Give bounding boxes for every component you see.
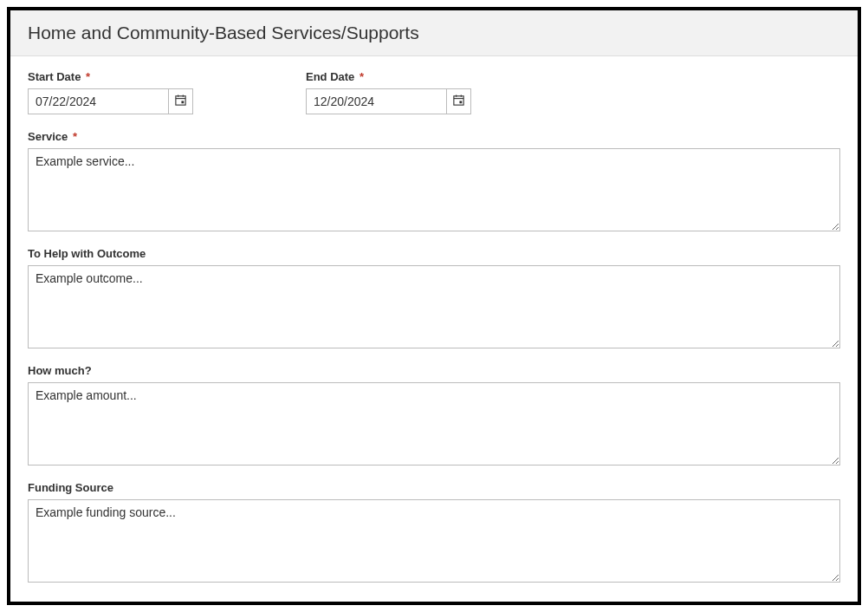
required-mark: * xyxy=(360,70,364,83)
how-much-label: How much? xyxy=(28,364,840,377)
end-date-group: End Date * xyxy=(306,70,471,114)
end-date-calendar-button[interactable] xyxy=(447,88,471,114)
required-mark: * xyxy=(73,130,77,143)
svg-rect-5 xyxy=(454,96,463,105)
outcome-group: To Help with Outcome xyxy=(28,247,840,348)
start-date-label-text: Start Date xyxy=(28,70,81,83)
calendar-icon xyxy=(174,94,187,109)
how-much-group: How much? xyxy=(28,364,840,466)
start-date-calendar-button[interactable] xyxy=(169,88,193,114)
start-date-label: Start Date * xyxy=(28,70,193,83)
funding-source-textarea[interactable] xyxy=(28,499,840,583)
svg-rect-0 xyxy=(176,96,185,105)
how-much-textarea[interactable] xyxy=(28,382,840,466)
start-date-group: Start Date * xyxy=(28,70,193,114)
panel-header: Home and Community-Based Services/Suppor… xyxy=(10,10,858,56)
svg-rect-4 xyxy=(181,101,184,103)
outcome-label: To Help with Outcome xyxy=(28,247,840,260)
page-title: Home and Community-Based Services/Suppor… xyxy=(28,23,840,43)
funding-source-label: Funding Source xyxy=(28,481,840,494)
start-date-input[interactable] xyxy=(28,88,169,114)
outcome-textarea[interactable] xyxy=(28,265,840,348)
form-panel: Home and Community-Based Services/Suppor… xyxy=(7,7,861,605)
start-date-input-wrap xyxy=(28,88,193,114)
end-date-input-wrap xyxy=(306,88,471,114)
form-body: Start Date * xyxy=(10,56,858,605)
calendar-icon xyxy=(452,94,465,109)
end-date-label-text: End Date xyxy=(306,70,354,83)
svg-rect-9 xyxy=(459,101,462,103)
service-textarea[interactable] xyxy=(28,148,840,231)
end-date-label: End Date * xyxy=(306,70,471,83)
service-label-text: Service xyxy=(28,130,68,143)
service-label: Service * xyxy=(28,130,840,143)
end-date-input[interactable] xyxy=(306,88,447,114)
date-row: Start Date * xyxy=(28,70,840,114)
funding-source-group: Funding Source xyxy=(28,481,840,583)
service-group: Service * xyxy=(28,130,840,231)
required-mark: * xyxy=(86,70,90,83)
